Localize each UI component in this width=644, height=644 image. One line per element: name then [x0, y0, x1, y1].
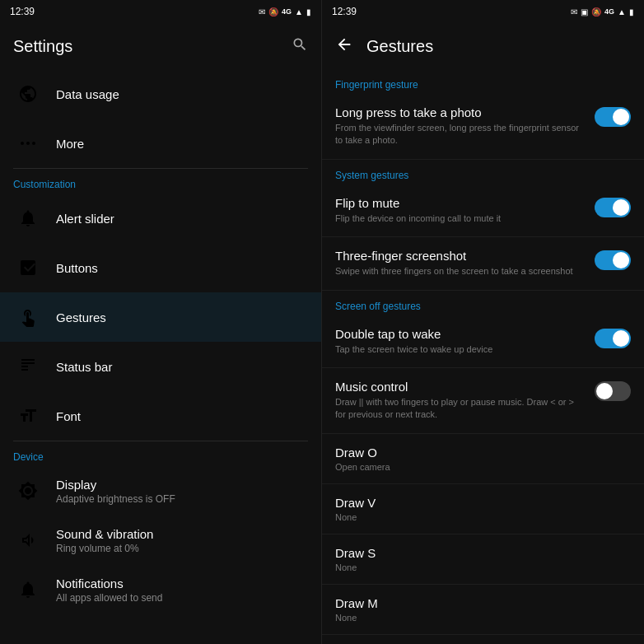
- svg-point-2: [32, 142, 35, 145]
- data-usage-title: Data usage: [56, 87, 119, 101]
- sound-icon: [13, 525, 43, 555]
- menu-item-sound[interactable]: Sound & vibration Ring volume at 0%: [0, 516, 321, 565]
- long-press-photo-toggle[interactable]: [595, 107, 631, 127]
- music-control-text: Music control Draw || with two fingers t…: [335, 380, 595, 422]
- alert-slider-title: Alert slider: [56, 212, 114, 226]
- flip-mute-subtitle: Flip the device on incoming call to mute…: [335, 212, 585, 225]
- gestures-text: Gestures: [56, 310, 106, 324]
- status-bar-icon: [13, 352, 43, 381]
- msg-icon: ✉: [259, 7, 265, 16]
- three-finger-subtitle: Swipe with three fingers on the screen t…: [335, 265, 585, 278]
- search-icon[interactable]: [292, 36, 308, 57]
- music-control-title: Music control: [335, 380, 585, 394]
- draw-o-title: Draw O: [335, 446, 631, 460]
- sound-title: Sound & vibration: [56, 527, 153, 541]
- right-battery-icon: ▮: [629, 7, 634, 16]
- notifications-title: Notifications: [56, 576, 162, 590]
- more-title: More: [56, 137, 84, 151]
- draw-o-subtitle: Open camera: [335, 462, 631, 472]
- more-icon: [13, 128, 43, 158]
- flip-mute-toggle[interactable]: [595, 198, 631, 217]
- right-signal-icon: ▲: [618, 7, 626, 16]
- setting-draw-v[interactable]: Draw V None: [322, 484, 644, 534]
- menu-item-status-bar[interactable]: Status bar: [0, 342, 321, 391]
- font-text: Font: [56, 409, 81, 423]
- left-status-bar: 12:39 ✉ 🔕 4G ▲ ▮: [0, 0, 321, 23]
- menu-item-display[interactable]: Display Adaptive brightness is OFF: [0, 466, 321, 516]
- battery-icon: ▮: [306, 7, 311, 16]
- setting-draw-m[interactable]: Draw M None: [322, 585, 644, 635]
- right-panel: 12:39 ✉ ▣ 🔕 4G ▲ ▮ Gestures Fingerprint …: [322, 0, 644, 644]
- double-tap-title: Double tap to wake: [335, 327, 585, 341]
- menu-item-buttons[interactable]: Buttons: [0, 243, 321, 292]
- left-scroll: Data usage More Customization: [0, 69, 321, 644]
- setting-double-tap[interactable]: Double tap to wake Tap the screen twice …: [322, 315, 644, 368]
- long-press-photo-title: Long press to take a photo: [335, 105, 585, 119]
- menu-item-alert-slider[interactable]: Alert slider: [0, 194, 321, 243]
- setting-draw-o[interactable]: Draw O Open camera: [322, 434, 644, 484]
- music-control-toggle[interactable]: [595, 381, 631, 401]
- menu-item-notifications[interactable]: Notifications All apps allowed to send: [0, 565, 321, 614]
- buttons-icon: [13, 253, 43, 282]
- notifications-text: Notifications All apps allowed to send: [56, 576, 162, 604]
- menu-item-more[interactable]: More: [0, 119, 321, 168]
- screenoff-gestures-label: Screen off gestures: [322, 291, 644, 315]
- signal-icon: ▲: [295, 7, 303, 16]
- long-press-photo-subtitle: From the viewfinder screen, long press t…: [335, 122, 585, 147]
- data-usage-text: Data usage: [56, 87, 119, 101]
- menu-item-data-usage[interactable]: Data usage: [0, 69, 321, 119]
- setting-music-control[interactable]: Music control Draw || with two fingers t…: [322, 368, 644, 434]
- three-finger-toggle[interactable]: [595, 250, 631, 270]
- left-time: 12:39: [10, 6, 35, 17]
- data-usage-icon: [13, 79, 43, 109]
- display-subtitle: Adaptive brightness is OFF: [56, 493, 175, 505]
- left-header: Settings: [0, 23, 321, 69]
- double-tap-subtitle: Tap the screen twice to wake up device: [335, 343, 585, 356]
- display-title: Display: [56, 478, 175, 492]
- sound-subtitle: Ring volume at 0%: [56, 543, 153, 554]
- right-title: Gestures: [366, 37, 433, 56]
- setting-flip-mute[interactable]: Flip to mute Flip the device on incoming…: [322, 184, 644, 237]
- three-finger-text: Three-finger screenshot Swipe with three…: [335, 249, 595, 278]
- status-bar-title: Status bar: [56, 360, 112, 374]
- system-gestures-label: System gestures: [322, 160, 644, 184]
- menu-item-gestures[interactable]: Gestures: [0, 292, 321, 342]
- right-time: 12:39: [332, 6, 357, 17]
- setting-three-finger[interactable]: Three-finger screenshot Swipe with three…: [322, 237, 644, 290]
- buttons-text: Buttons: [56, 261, 98, 275]
- font-title: Font: [56, 409, 81, 423]
- buttons-title: Buttons: [56, 261, 98, 275]
- customization-label: Customization: [0, 169, 321, 194]
- setting-long-press-photo[interactable]: Long press to take a photo From the view…: [322, 94, 644, 160]
- display-icon: [13, 476, 43, 506]
- back-button[interactable]: [335, 35, 353, 58]
- alert-icon: [13, 203, 43, 233]
- setting-draw-s[interactable]: Draw S None: [322, 534, 644, 585]
- right-header: Gestures: [322, 23, 644, 69]
- left-panel: 12:39 ✉ 🔕 4G ▲ ▮ Settings Data usage: [0, 0, 322, 644]
- menu-item-font[interactable]: Font: [0, 391, 321, 441]
- double-tap-toggle[interactable]: [595, 329, 631, 348]
- flip-mute-text: Flip to mute Flip the device on incoming…: [335, 196, 595, 225]
- draw-m-title: Draw M: [335, 596, 631, 610]
- svg-point-1: [26, 142, 30, 145]
- more-text: More: [56, 137, 84, 151]
- right-status-bar: 12:39 ✉ ▣ 🔕 4G ▲ ▮: [322, 0, 644, 23]
- silent-icon: 🔕: [268, 7, 278, 16]
- fingerprint-label: Fingerprint gesture: [322, 69, 644, 94]
- flip-mute-title: Flip to mute: [335, 196, 585, 210]
- draw-m-subtitle: None: [335, 613, 631, 623]
- alert-slider-text: Alert slider: [56, 212, 114, 226]
- right-gallery-icon: ▣: [581, 7, 588, 16]
- draw-v-subtitle: None: [335, 512, 631, 522]
- right-status-icons: ✉ ▣ 🔕 4G ▲ ▮: [571, 7, 634, 16]
- sound-text: Sound & vibration Ring volume at 0%: [56, 527, 153, 554]
- left-title: Settings: [13, 37, 72, 56]
- display-text: Display Adaptive brightness is OFF: [56, 478, 175, 505]
- setting-draw-w[interactable]: Draw W None: [322, 635, 644, 644]
- gestures-title: Gestures: [56, 310, 106, 324]
- right-scroll: Fingerprint gesture Long press to take a…: [322, 69, 644, 644]
- draw-s-subtitle: None: [335, 562, 631, 572]
- font-icon: [13, 401, 43, 431]
- network-icon: 4G: [282, 7, 292, 16]
